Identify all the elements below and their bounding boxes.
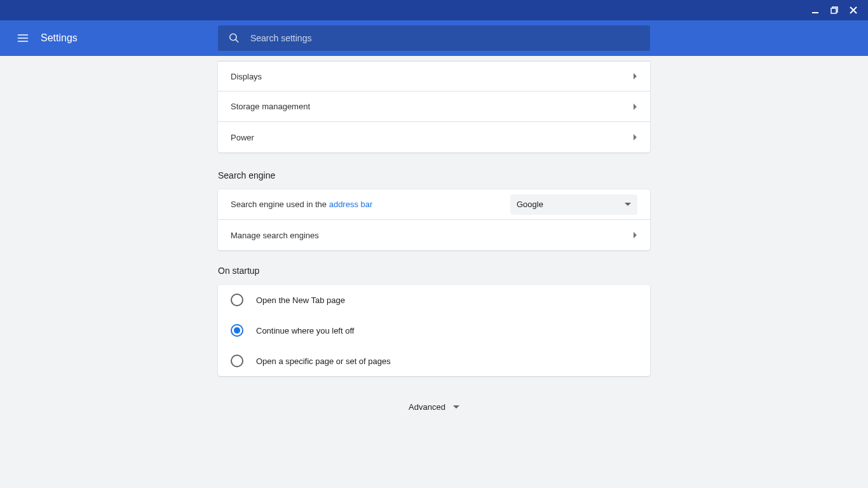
radio-option-new-tab[interactable]: Open the New Tab page bbox=[218, 285, 650, 315]
radio-label: Open a specific page or set of pages bbox=[256, 356, 391, 366]
window-titlebar bbox=[0, 0, 868, 20]
device-card: Displays Storage management Power bbox=[218, 61, 650, 152]
content-area: Displays Storage management Power Search… bbox=[0, 56, 868, 488]
minimize-icon bbox=[811, 6, 819, 14]
window-minimize-button[interactable] bbox=[806, 1, 825, 20]
search-engine-dropdown[interactable]: Google bbox=[510, 194, 637, 215]
row-displays[interactable]: Displays bbox=[218, 61, 650, 92]
chevron-right-icon bbox=[634, 104, 637, 110]
menu-button[interactable] bbox=[10, 25, 36, 51]
row-storage-management[interactable]: Storage management bbox=[218, 92, 650, 122]
advanced-toggle[interactable]: Advanced bbox=[218, 391, 650, 422]
row-label: Search engine used in the address bar bbox=[231, 200, 510, 209]
on-startup-card: Open the New Tab page Continue where you… bbox=[218, 285, 650, 376]
advanced-label: Advanced bbox=[409, 402, 445, 412]
svg-rect-1 bbox=[831, 8, 836, 13]
window-restore-button[interactable] bbox=[825, 1, 844, 20]
chevron-down-icon bbox=[453, 405, 459, 409]
hamburger-icon bbox=[17, 32, 29, 44]
search-engine-card: Search engine used in the address bar Go… bbox=[218, 189, 650, 250]
radio-label: Open the New Tab page bbox=[256, 295, 345, 305]
chevron-right-icon bbox=[634, 232, 637, 238]
row-default-search-engine: Search engine used in the address bar Go… bbox=[218, 189, 650, 220]
app-bar: Settings bbox=[0, 20, 868, 56]
svg-rect-0 bbox=[812, 12, 818, 13]
radio-option-specific-page[interactable]: Open a specific page or set of pages bbox=[218, 346, 650, 376]
row-label: Displays bbox=[231, 72, 634, 81]
radio-icon bbox=[231, 324, 243, 337]
chevron-right-icon bbox=[634, 73, 637, 79]
chevron-right-icon bbox=[634, 134, 637, 140]
close-icon bbox=[850, 6, 857, 14]
search-box[interactable] bbox=[218, 25, 650, 51]
radio-icon bbox=[231, 294, 243, 306]
address-bar-link[interactable]: address bar bbox=[329, 200, 373, 209]
search-icon bbox=[228, 32, 240, 44]
restore-icon bbox=[831, 6, 838, 14]
dropdown-arrow-icon bbox=[625, 203, 631, 206]
row-label: Storage management bbox=[231, 102, 634, 111]
dropdown-selected: Google bbox=[517, 200, 543, 209]
window-close-button[interactable] bbox=[844, 1, 863, 20]
section-title-on-startup: On startup bbox=[218, 266, 650, 276]
radio-icon bbox=[231, 355, 243, 367]
section-title-search-engine: Search engine bbox=[218, 170, 650, 180]
app-title: Settings bbox=[41, 32, 78, 44]
row-power[interactable]: Power bbox=[218, 122, 650, 152]
label-prefix: Search engine used in the bbox=[231, 200, 329, 209]
radio-option-continue[interactable]: Continue where you left off bbox=[218, 315, 650, 346]
search-input[interactable] bbox=[250, 33, 640, 43]
radio-label: Continue where you left off bbox=[256, 326, 354, 336]
row-label: Power bbox=[231, 133, 634, 142]
row-manage-search-engines[interactable]: Manage search engines bbox=[218, 220, 650, 250]
row-label: Manage search engines bbox=[231, 231, 634, 240]
